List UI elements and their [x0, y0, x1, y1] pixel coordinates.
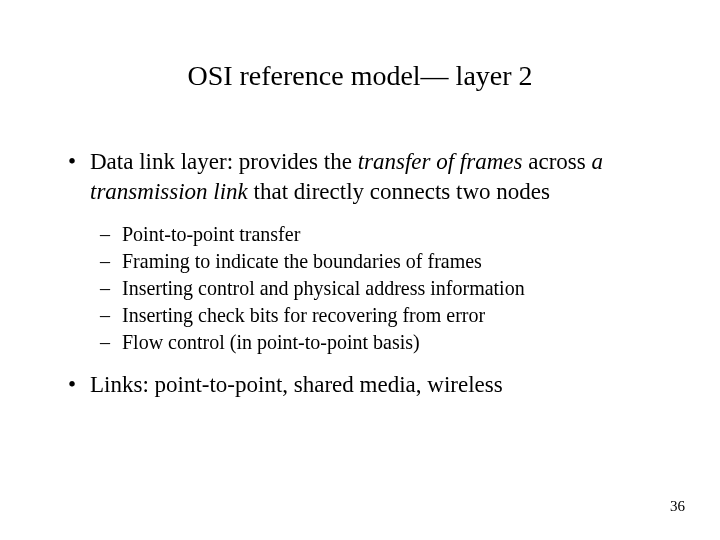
sub-bullet-item: Inserting check bits for recovering from… [122, 302, 660, 329]
slide-title: OSI reference model— layer 2 [60, 60, 660, 92]
page-number: 36 [670, 498, 685, 515]
text-fragment-italic: transfer of frames [358, 149, 523, 174]
sub-bullet-item: Framing to indicate the boundaries of fr… [122, 248, 660, 275]
sub-bullet-item: Inserting control and physical address i… [122, 275, 660, 302]
bullet-data-link-layer: Data link layer: provides the transfer o… [60, 147, 660, 207]
text-fragment: that directly connects two nodes [248, 179, 550, 204]
text-fragment: Data link layer: provides the [90, 149, 358, 174]
sub-bullet-item: Flow control (in point-to-point basis) [122, 329, 660, 356]
bullet-links: Links: point-to-point, shared media, wir… [60, 370, 660, 400]
sub-bullet-item: Point-to-point transfer [122, 221, 660, 248]
sub-bullet-list: Point-to-point transfer Framing to indic… [60, 221, 660, 356]
text-fragment: across [522, 149, 591, 174]
